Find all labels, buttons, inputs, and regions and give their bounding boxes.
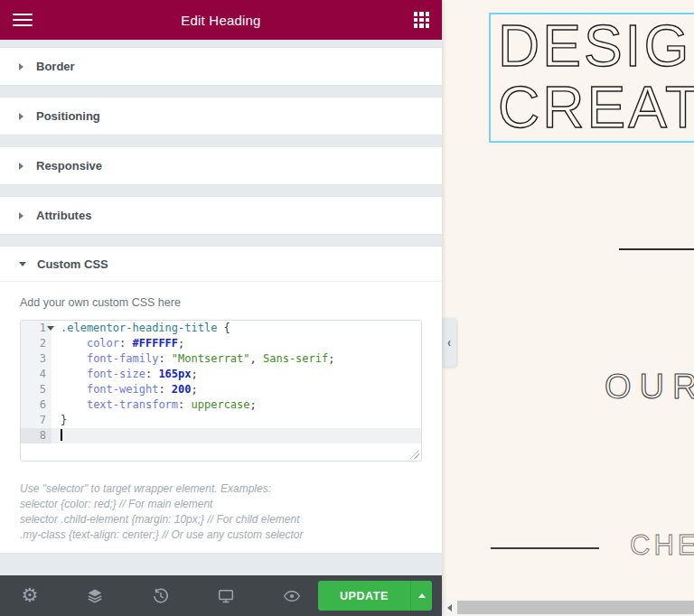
custom-css-help-text: Use "selector" to target wrapper element…: [20, 481, 422, 543]
scrollbar-thumb[interactable]: [457, 601, 694, 614]
preview-eye-icon[interactable]: [277, 581, 307, 611]
panel-footer-toolbar: ⚙: [0, 575, 442, 616]
section-border[interactable]: Border: [0, 47, 442, 86]
our-heading-widget[interactable]: OUR: [605, 368, 694, 406]
heading-text-line1: DESIGN: [491, 16, 694, 76]
code-line: 3 font-family: "Montserrat", Sans-serif;: [21, 351, 421, 367]
caret-right-icon: [19, 212, 23, 219]
help-line: .my-class {text-align: center;} // Or us…: [20, 527, 422, 543]
code-line: 1.elementor-heading-title {: [21, 321, 421, 336]
code-line: 7}: [21, 413, 421, 428]
scroll-left-arrow-icon[interactable]: [442, 599, 456, 616]
caret-right-icon: [19, 113, 23, 120]
panel-collapse-handle[interactable]: ‹: [442, 318, 456, 367]
section-custom-css[interactable]: Custom CSS: [0, 246, 442, 282]
chevron-left-icon: ‹: [447, 335, 451, 350]
settings-panel: Edit Heading Border Positioning Responsi…: [0, 0, 442, 616]
line-number: 4: [21, 367, 52, 382]
help-line: selector {color: red;} // For main eleme…: [20, 497, 422, 512]
custom-css-intro: Add your own custom CSS here: [20, 296, 422, 309]
code-line: 6 text-transform: uppercase;: [21, 397, 421, 413]
line-number: 5: [21, 382, 52, 397]
divider-widget[interactable]: [491, 547, 599, 549]
line-number: 2: [21, 336, 52, 351]
elementor-editor: Edit Heading Border Positioning Responsi…: [0, 0, 694, 616]
section-label: Attributes: [36, 209, 91, 222]
code-line: 5 font-weight: 200;: [21, 382, 421, 397]
line-number: 3: [21, 351, 52, 367]
divider-widget[interactable]: [619, 248, 694, 250]
history-icon[interactable]: [145, 581, 176, 611]
widgets-grid-icon[interactable]: [414, 12, 430, 28]
menu-icon[interactable]: [13, 10, 33, 30]
panel-header: Edit Heading: [0, 0, 442, 40]
line-number: 8: [21, 428, 52, 443]
update-button[interactable]: UPDATE: [318, 581, 410, 611]
section-label: Responsive: [36, 159, 102, 173]
custom-css-body: Add your own custom CSS here 1.elementor…: [0, 282, 442, 553]
selected-heading-widget[interactable]: DESIGN CREATIVE: [489, 13, 694, 143]
settings-gear-icon[interactable]: ⚙: [14, 581, 45, 611]
section-responsive[interactable]: Responsive: [0, 146, 442, 185]
line-number: 6: [21, 397, 52, 413]
line-number: 1: [21, 321, 52, 336]
line-number: 7: [21, 413, 52, 428]
caret-right-icon: [19, 163, 23, 170]
help-line: Use "selector" to target wrapper element…: [20, 481, 422, 497]
panel-title: Edit Heading: [0, 13, 442, 28]
preview-canvas[interactable]: DESIGN CREATIVE OUR CHECK ‹: [442, 0, 694, 616]
help-line: selector .child-element {margin: 10px;} …: [20, 512, 422, 527]
caret-down-icon: [19, 262, 26, 266]
navigator-layers-icon[interactable]: [80, 581, 110, 611]
horizontal-scrollbar[interactable]: [442, 599, 694, 616]
section-label: Custom CSS: [37, 257, 108, 271]
responsive-mode-monitor-icon[interactable]: [211, 581, 241, 611]
section-attributes[interactable]: Attributes: [0, 196, 442, 235]
fold-caret-icon[interactable]: [47, 326, 54, 331]
text-cursor: [61, 429, 62, 441]
code-line: 2 color: #FFFFFF;: [21, 336, 421, 351]
caret-right-icon: [19, 63, 23, 70]
code-line: 4 font-size: 165px;: [21, 367, 421, 382]
caret-up-icon: [418, 593, 426, 598]
heading-text-line2: CREATIVE: [491, 78, 694, 137]
resize-grip-icon[interactable]: [409, 449, 419, 459]
section-label: Border: [36, 60, 75, 73]
section-positioning[interactable]: Positioning: [0, 97, 442, 135]
section-label: Positioning: [36, 109, 100, 123]
custom-css-code-editor[interactable]: 1.elementor-heading-title {2 color: #FFF…: [20, 320, 422, 462]
update-options-button[interactable]: [410, 581, 432, 611]
code-line: 8: [21, 428, 421, 443]
check-heading-widget[interactable]: CHECK: [630, 529, 694, 562]
